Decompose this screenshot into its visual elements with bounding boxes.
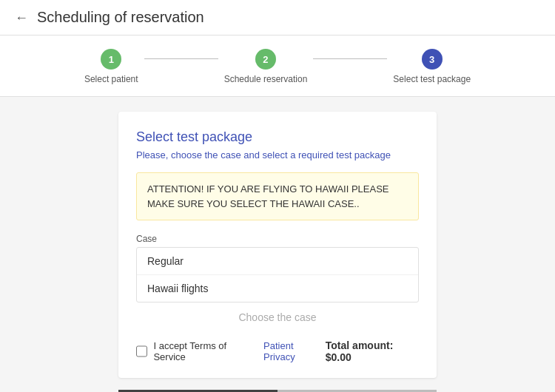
total-label: Total amount:: [326, 339, 394, 351]
stepper: 1 Select patient 2 Schedule reservation …: [0, 36, 555, 97]
total-amount: Total amount: $0.00: [326, 339, 419, 363]
patient-privacy-link[interactable]: Patient Privacy: [263, 340, 326, 362]
card: Select test package Please, choose the c…: [118, 112, 437, 378]
step-circle-3: 3: [422, 49, 443, 70]
step-3: 3 Select test package: [393, 49, 471, 84]
step-label-2: Schedule reservation: [224, 74, 308, 84]
header: ← Scheduling of reservation: [0, 0, 555, 36]
step-label-3: Select test package: [393, 74, 471, 84]
main-content: Select test package Please, choose the c…: [0, 97, 555, 392]
card-subtitle: Please, choose the case and select a req…: [136, 149, 419, 160]
step-circle-1: 1: [101, 49, 121, 70]
step-circle-2: 2: [255, 49, 276, 70]
option-hawaii[interactable]: Hawaii flights: [137, 275, 418, 302]
case-dropdown[interactable]: Regular Hawaii flights: [136, 247, 419, 303]
step-line-1: [144, 58, 218, 59]
step-2: 2 Schedule reservation: [224, 49, 308, 84]
alert-box: ATTENTION! IF YOU ARE FLYING TO HAWAII P…: [136, 172, 419, 220]
step-1: 1 Select patient: [84, 49, 138, 84]
terms-text: I accept Terms of Service: [153, 340, 258, 362]
total-value: $0.00: [326, 351, 352, 363]
back-arrow-icon[interactable]: ←: [15, 11, 28, 24]
card-title: Select test package: [136, 129, 419, 145]
step-line-2: [313, 58, 387, 59]
option-regular[interactable]: Regular: [137, 248, 418, 275]
step-label-1: Select patient: [84, 74, 138, 84]
choose-placeholder: Choose the case: [136, 303, 419, 329]
case-label: Case: [136, 234, 419, 244]
page-title: Scheduling of reservation: [37, 9, 204, 26]
terms-left: I accept Terms of Service Patient Privac…: [136, 340, 326, 362]
terms-row: I accept Terms of Service Patient Privac…: [136, 339, 419, 363]
terms-checkbox[interactable]: [136, 345, 147, 357]
